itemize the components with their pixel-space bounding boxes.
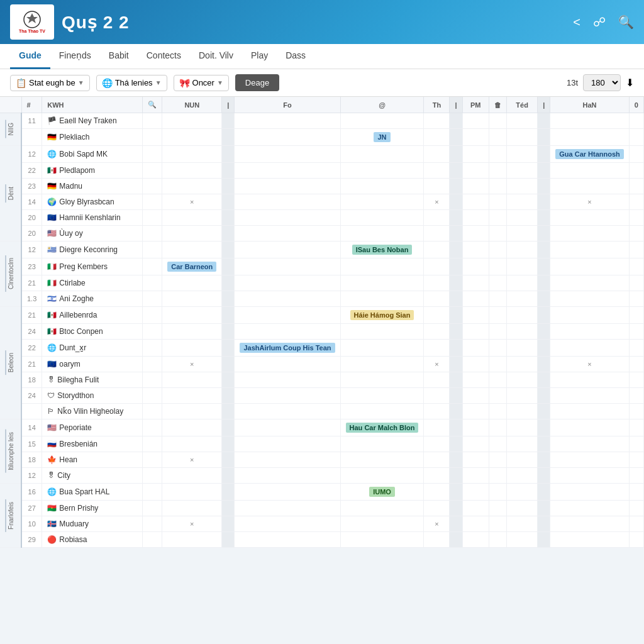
col-trash-cell[interactable] bbox=[489, 275, 506, 291]
divider-cell2 bbox=[450, 129, 462, 146]
row-number: 23 bbox=[21, 179, 42, 194]
col-trash-cell[interactable] bbox=[489, 324, 506, 340]
col-trash-cell[interactable] bbox=[489, 194, 506, 210]
col-trash-cell[interactable] bbox=[489, 484, 506, 501]
col-trash-cell[interactable] bbox=[489, 226, 506, 242]
col-trash[interactable]: 🗑 bbox=[489, 97, 506, 113]
col-trash-cell[interactable] bbox=[489, 419, 506, 436]
col-pm-cell bbox=[462, 226, 489, 242]
col-trash-cell[interactable] bbox=[489, 357, 506, 372]
col-trash-cell[interactable] bbox=[489, 340, 506, 357]
col-han-cell bbox=[550, 113, 630, 129]
row-search[interactable] bbox=[143, 179, 162, 194]
col-trash-cell[interactable] bbox=[489, 388, 506, 404]
col-kwh: KWH bbox=[42, 97, 143, 113]
col-trash-cell[interactable] bbox=[489, 452, 506, 468]
filter-lenies[interactable]: 🌐 Thá lenies ▼ bbox=[96, 75, 167, 91]
col-trash-cell[interactable] bbox=[489, 179, 506, 194]
col-trash-cell[interactable] bbox=[489, 129, 506, 146]
bookmark-icon[interactable]: ☍ bbox=[593, 14, 606, 30]
col-han-cell bbox=[550, 340, 630, 357]
row-search[interactable] bbox=[143, 404, 162, 419]
row-search[interactable] bbox=[143, 307, 162, 324]
col-search[interactable]: 🔍 bbox=[143, 97, 162, 113]
row-number: 18 bbox=[21, 372, 42, 388]
col-trash-cell[interactable] bbox=[489, 307, 506, 324]
share-icon[interactable]: < bbox=[573, 15, 580, 30]
row-search[interactable] bbox=[143, 452, 162, 468]
team-flag: 🇲🇽 bbox=[47, 327, 57, 336]
row-search[interactable] bbox=[143, 291, 162, 307]
row-search[interactable] bbox=[143, 226, 162, 242]
col-trash-cell[interactable] bbox=[489, 113, 506, 129]
row-search[interactable] bbox=[143, 516, 162, 532]
nav-item-play[interactable]: Play bbox=[242, 44, 277, 69]
col-pm-cell bbox=[462, 452, 489, 468]
col-han-cell: × bbox=[550, 194, 630, 210]
page-size-select[interactable]: 180 90 360 bbox=[583, 74, 621, 91]
col-trash-cell[interactable] bbox=[489, 468, 506, 484]
col-trash-cell[interactable] bbox=[489, 436, 506, 452]
row-search[interactable] bbox=[143, 436, 162, 452]
row-search[interactable] bbox=[143, 340, 162, 357]
col-trash-cell[interactable] bbox=[489, 210, 506, 226]
filter-oncer[interactable]: 🎀 Oncer ▼ bbox=[174, 75, 229, 91]
col-trash-cell[interactable] bbox=[489, 516, 506, 532]
nav-item-fineends[interactable]: Fineṇds bbox=[50, 44, 100, 69]
divider-cell bbox=[222, 452, 235, 468]
row-search[interactable] bbox=[143, 484, 162, 501]
row-search[interactable] bbox=[143, 324, 162, 340]
row-search[interactable] bbox=[143, 242, 162, 258]
row-search[interactable] bbox=[143, 419, 162, 436]
deage-button[interactable]: Deage bbox=[235, 74, 279, 91]
row-search[interactable] bbox=[143, 129, 162, 146]
row-search[interactable] bbox=[143, 163, 162, 179]
row-search[interactable] bbox=[143, 194, 162, 210]
row-search[interactable] bbox=[143, 372, 162, 388]
row-search[interactable] bbox=[143, 388, 162, 404]
col-th-cell: × bbox=[424, 357, 450, 372]
row-search[interactable] bbox=[143, 258, 162, 275]
col-trash-cell[interactable] bbox=[489, 291, 506, 307]
nav-item-gude[interactable]: Gude bbox=[10, 44, 50, 69]
nav-item-babit[interactable]: Babit bbox=[100, 44, 138, 69]
col-trash-cell[interactable] bbox=[489, 372, 506, 388]
col-at-cell bbox=[340, 194, 424, 210]
table-row: Dènt12🌐Bobi Sapd MKGua Car Htannosh bbox=[0, 146, 644, 163]
col-trash-cell[interactable] bbox=[489, 242, 506, 258]
col-trash-cell[interactable] bbox=[489, 258, 506, 275]
row-search[interactable] bbox=[143, 210, 162, 226]
download-icon[interactable]: ⬇ bbox=[626, 77, 634, 89]
soccer-ball-icon bbox=[23, 10, 42, 29]
col-th-cell bbox=[424, 113, 450, 129]
filter-stat[interactable]: 📋 Stat eugh be ▼ bbox=[10, 75, 90, 91]
nav-item-dass[interactable]: Dass bbox=[277, 44, 314, 69]
col-trash-cell[interactable] bbox=[489, 532, 506, 548]
col-last-cell bbox=[629, 146, 643, 163]
row-search[interactable] bbox=[143, 501, 162, 516]
row-search[interactable] bbox=[143, 468, 162, 484]
row-search[interactable] bbox=[143, 113, 162, 129]
row-search[interactable] bbox=[143, 532, 162, 548]
nav-item-contects[interactable]: Contects bbox=[138, 44, 190, 69]
row-number: 27 bbox=[21, 501, 42, 516]
row-search[interactable] bbox=[143, 275, 162, 291]
col-trash-cell[interactable] bbox=[489, 501, 506, 516]
team-flag: 🇲🇽 bbox=[47, 166, 57, 175]
team-name-cell: 🌍Gloy Blyrasbcan bbox=[42, 194, 143, 210]
row-search[interactable] bbox=[143, 357, 162, 372]
row-search[interactable] bbox=[143, 146, 162, 163]
divider-cell2 bbox=[450, 275, 462, 291]
col-last-cell bbox=[629, 324, 643, 340]
col-han-cell bbox=[550, 436, 630, 452]
team-flag: 🇮🇸 bbox=[47, 519, 57, 528]
col-trash-cell[interactable] bbox=[489, 404, 506, 419]
col-last-cell bbox=[629, 419, 643, 436]
search-icon[interactable]: 🔍 bbox=[618, 14, 634, 30]
team-name-cell: 🇷🇺Bresbenián bbox=[42, 436, 143, 452]
col-trash-cell[interactable] bbox=[489, 163, 506, 179]
nav-item-doitvilv[interactable]: Doit. Vilv bbox=[190, 44, 242, 69]
col-last-cell bbox=[629, 210, 643, 226]
col-trash-cell[interactable] bbox=[489, 146, 506, 163]
row-number: 21 bbox=[21, 357, 42, 372]
